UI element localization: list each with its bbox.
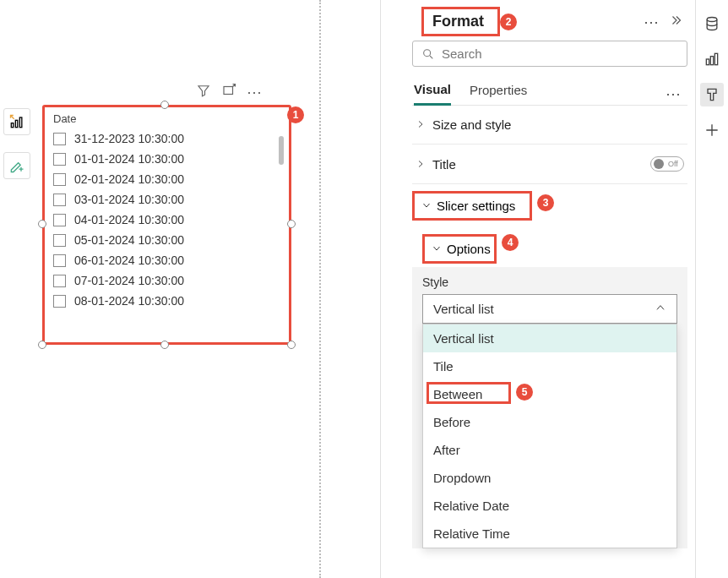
slicer-item[interactable]: 31-12-2023 10:30:00	[53, 128, 280, 149]
slicer-item[interactable]: 05-01-2024 10:30:00	[53, 230, 280, 250]
svg-rect-1	[15, 120, 18, 127]
selection-handle[interactable]	[160, 101, 169, 109]
visualizations-pane-icon[interactable]	[700, 47, 724, 71]
checkbox-icon[interactable]	[53, 275, 66, 287]
chevron-up-icon	[655, 302, 666, 316]
checkbox-icon[interactable]	[53, 133, 66, 145]
drill-through-icon[interactable]	[3, 108, 30, 135]
options-content: Style Vertical list Vertical list Tile B…	[412, 267, 687, 548]
checkbox-icon[interactable]	[53, 254, 66, 267]
format-pane-header: Format 2 ⋯	[381, 0, 691, 43]
slicer-item-label: 03-01-2024 10:30:00	[74, 193, 184, 206]
subsection-options[interactable]: Options	[422, 234, 497, 264]
slicer-item[interactable]: 04-01-2024 10:30:00	[53, 210, 280, 230]
expand-right-icon[interactable]	[669, 13, 684, 31]
report-canvas[interactable]: ⋯ Date 31-12-2023 10:30:00 01-01-2024 10…	[0, 0, 317, 578]
svg-rect-3	[224, 87, 233, 95]
slicer-item-label: 31-12-2023 10:30:00	[74, 132, 184, 145]
format-pane-icon[interactable]	[700, 83, 724, 106]
filter-icon[interactable]	[196, 83, 211, 101]
dropdown-option-after[interactable]: After	[423, 436, 676, 464]
slicer-item[interactable]: 07-01-2024 10:30:00	[53, 270, 280, 291]
dropdown-selected-value: Vertical list	[433, 302, 494, 316]
format-pane-body: Search Visual Properties ⋯ Size and styl…	[412, 41, 687, 548]
section-title[interactable]: Title Off	[412, 144, 687, 184]
svg-rect-2	[19, 117, 22, 128]
svg-rect-0	[11, 123, 14, 128]
subsection-label: Options	[447, 242, 491, 256]
dropdown-option-between[interactable]: Between 5	[423, 380, 676, 408]
checkbox-icon[interactable]	[53, 234, 66, 247]
scrollbar-thumb[interactable]	[279, 136, 284, 165]
slicer-item-label: 06-01-2024 10:30:00	[74, 254, 184, 267]
svg-rect-6	[706, 59, 709, 65]
search-icon	[421, 47, 435, 61]
dropdown-option-tile[interactable]: Tile	[423, 352, 676, 380]
slicer-item[interactable]: 02-01-2024 10:30:00	[53, 169, 280, 189]
section-label: Slicer settings	[437, 199, 515, 213]
add-pane-icon[interactable]	[700, 118, 724, 142]
slicer-item[interactable]: 01-01-2024 10:30:00	[53, 149, 280, 169]
slicer-item-label: 02-01-2024 10:30:00	[74, 172, 184, 186]
search-input[interactable]: Search	[412, 41, 687, 67]
right-tool-rail	[695, 0, 727, 578]
slicer-field-header: Date	[45, 107, 289, 128]
checkbox-icon[interactable]	[53, 173, 66, 186]
selection-handle[interactable]	[38, 341, 46, 349]
checkbox-icon[interactable]	[53, 214, 66, 226]
toggle-knob	[654, 159, 664, 169]
format-tabs: Visual Properties ⋯	[412, 79, 687, 106]
toggle-label: Off	[668, 160, 678, 168]
focus-mode-icon[interactable]	[221, 83, 236, 101]
tab-visual[interactable]: Visual	[414, 82, 451, 106]
title-toggle[interactable]: Off	[650, 156, 684, 172]
section-size-and-style[interactable]: Size and style	[412, 106, 687, 144]
dropdown-option-relative-time[interactable]: Relative Time	[423, 520, 676, 548]
selection-handle[interactable]	[287, 341, 296, 349]
more-options-icon[interactable]: ⋯	[247, 83, 263, 101]
tab-properties[interactable]: Properties	[470, 83, 527, 104]
svg-point-5	[707, 18, 717, 22]
slicer-item-label: 07-01-2024 10:30:00	[74, 274, 184, 287]
slicer-item-label: 05-01-2024 10:30:00	[74, 233, 184, 247]
dropdown-option-label: Between	[433, 387, 482, 401]
svg-rect-8	[714, 53, 717, 64]
date-slicer-visual[interactable]: Date 31-12-2023 10:30:00 01-01-2024 10:3…	[42, 105, 291, 345]
annotation-callout-5: 5	[516, 384, 533, 401]
chevron-right-icon	[416, 157, 427, 172]
visual-header-toolbar: ⋯	[196, 83, 263, 101]
annotation-callout-2: 2	[500, 14, 517, 30]
slicer-item[interactable]: 08-01-2024 10:30:00	[53, 291, 280, 311]
search-placeholder: Search	[442, 46, 482, 61]
dropdown-option-relative-date[interactable]: Relative Date	[423, 492, 676, 520]
annotation-callout-1: 1	[287, 106, 304, 123]
checkbox-icon[interactable]	[53, 194, 66, 206]
selection-handle[interactable]	[160, 341, 169, 349]
selection-handle[interactable]	[38, 220, 46, 228]
section-label: Title	[432, 157, 456, 172]
canvas-divider	[319, 0, 321, 578]
slicer-item-label: 08-01-2024 10:30:00	[74, 294, 184, 308]
dropdown-option-dropdown[interactable]: Dropdown	[423, 464, 676, 492]
style-dropdown[interactable]: Vertical list	[422, 294, 677, 324]
section-slicer-settings[interactable]: Slicer settings	[412, 191, 532, 221]
format-pane-title: Format	[421, 7, 500, 36]
data-pane-icon[interactable]	[700, 12, 724, 35]
slicer-item-label: 04-01-2024 10:30:00	[74, 213, 184, 226]
slicer-item[interactable]: 03-01-2024 10:30:00	[53, 189, 280, 210]
section-label: Size and style	[432, 117, 511, 132]
dropdown-option-vertical-list[interactable]: Vertical list	[423, 324, 676, 352]
slicer-item-list[interactable]: 31-12-2023 10:30:00 01-01-2024 10:30:00 …	[45, 128, 289, 338]
more-options-icon[interactable]: ⋯	[644, 13, 660, 31]
visual-tool-icons	[3, 105, 30, 183]
selection-handle[interactable]	[287, 220, 296, 228]
edit-visual-icon[interactable]	[3, 152, 30, 179]
more-options-icon[interactable]: ⋯	[666, 85, 686, 103]
chevron-down-icon	[421, 199, 432, 213]
slicer-item[interactable]: 06-01-2024 10:30:00	[53, 250, 280, 270]
dropdown-option-before[interactable]: Before	[423, 408, 676, 436]
checkbox-icon[interactable]	[53, 153, 66, 166]
checkbox-icon[interactable]	[53, 295, 66, 308]
slicer-item-label: 01-01-2024 10:30:00	[74, 152, 184, 166]
style-dropdown-list: Vertical list Tile Between 5 Before Afte…	[422, 324, 677, 548]
